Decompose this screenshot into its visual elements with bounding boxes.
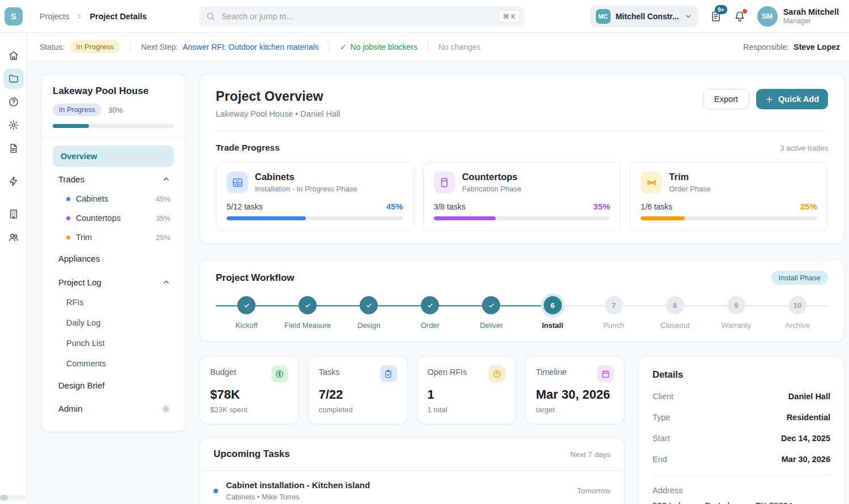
- stat-sub: 1 total: [428, 405, 506, 414]
- tasks-count-badge: 9+: [715, 5, 727, 14]
- icon-rail: [0, 33, 27, 504]
- tasks-stat-card[interactable]: Tasks 7/22 completed: [308, 356, 408, 424]
- task-row[interactable]: Cabinet installation - Kitchen island Ca…: [200, 471, 624, 504]
- workflow-step-install[interactable]: 6 Install: [522, 296, 583, 330]
- responsible-label: Responsible:: [743, 42, 789, 52]
- stat-label: Tasks: [319, 368, 340, 377]
- sidebar-item-rfis[interactable]: RFIs: [53, 292, 174, 313]
- project-percent: 30%: [108, 106, 123, 114]
- sidebar-item-cabinets[interactable]: Cabinets 45%: [53, 189, 174, 208]
- next-step-label: Next Step:: [141, 42, 178, 52]
- open-rfis-stat-card[interactable]: Open RFIs 1 1 total: [417, 356, 517, 424]
- projects-folder-icon[interactable]: [3, 69, 24, 89]
- chevron-up-icon: [162, 175, 170, 183]
- workflow-step-punch[interactable]: 7 Punch: [583, 296, 645, 330]
- trade-percent: 35%: [593, 202, 610, 211]
- team-users-icon[interactable]: [3, 227, 24, 247]
- details-title: Details: [652, 369, 830, 380]
- next-step-link[interactable]: Answer RFI: Outdoor kitchen materials: [182, 42, 318, 52]
- trade-name: Cabinets: [255, 172, 357, 182]
- gear-icon[interactable]: [161, 404, 170, 413]
- search-icon: [206, 11, 216, 22]
- documents-icon[interactable]: [3, 138, 24, 159]
- export-button[interactable]: Export: [703, 89, 749, 109]
- workflow-step-order[interactable]: Order: [399, 296, 460, 330]
- tasks-notifications-button[interactable]: 9+: [710, 10, 722, 23]
- help-icon[interactable]: [3, 92, 24, 112]
- workflow-step-design[interactable]: Design: [338, 296, 399, 330]
- project-status-bar: Status: In Progress Next Step: Answer RF…: [27, 33, 849, 61]
- breadcrumb: Projects Project Details: [40, 12, 147, 21]
- sidebar-item-daily-log[interactable]: Daily Log: [53, 313, 174, 333]
- detail-row-start: Start Dec 14, 2025: [652, 434, 830, 443]
- user-menu[interactable]: SM Sarah Mitchell Manager: [757, 6, 839, 27]
- workflow-step-closeout[interactable]: 8 Closeout: [645, 296, 706, 330]
- horizontal-scrollbar[interactable]: [0, 495, 26, 501]
- sidebar-item-admin[interactable]: Admin: [53, 397, 174, 420]
- trade-percent: 25%: [800, 202, 817, 211]
- calendar-icon: [597, 365, 614, 382]
- org-avatar: MC: [596, 9, 611, 24]
- trade-card-countertops[interactable]: Countertops Fabrication Phase 3/8 tasks …: [423, 162, 621, 231]
- trade-dot: [66, 197, 70, 201]
- breadcrumb-projects[interactable]: Projects: [40, 12, 69, 21]
- trade-phase: Order Phase: [669, 185, 711, 193]
- workflow-phase-badge: Install Phase: [771, 271, 828, 285]
- project-workflow-card: Project Workflow Install Phase Kickoff F…: [199, 259, 844, 341]
- stat-label: Open RFIs: [428, 368, 467, 377]
- sidebar-item-comments[interactable]: Comments: [53, 353, 174, 374]
- workflow-step-kickoff[interactable]: Kickoff: [216, 296, 277, 330]
- trade-phase: Fabrication Phase: [462, 185, 522, 193]
- stat-label: Budget: [210, 368, 236, 377]
- sidebar-item-trim[interactable]: Trim 25%: [53, 228, 174, 247]
- sidebar-item-punch-list[interactable]: Punch List: [53, 333, 174, 353]
- project-details-card: Details Client Daniel Hall Type Resident…: [638, 356, 844, 504]
- top-bar: S Projects Project Details Search or jum…: [0, 0, 849, 33]
- active-trades-count: 3 active trades: [780, 144, 828, 152]
- user-avatar: SM: [757, 6, 778, 27]
- timeline-stat-card[interactable]: Timeline Mar 30, 2026 target: [525, 356, 625, 424]
- sidebar-item-design-brief[interactable]: Design Brief: [53, 374, 174, 397]
- check-icon: ✓: [340, 42, 347, 52]
- workflow-step-field-measure[interactable]: Field Measure: [277, 296, 338, 330]
- search-input[interactable]: Search or jump to... ⌘ K: [199, 6, 524, 27]
- dollar-icon: [271, 365, 288, 382]
- stat-sub: $23K spent: [210, 405, 288, 414]
- sidebar-item-appliances[interactable]: Appliances: [53, 247, 174, 270]
- budget-stat-card[interactable]: Budget $78K $23K spent: [199, 356, 299, 424]
- sidebar-group-trades[interactable]: Trades: [53, 167, 174, 189]
- project-status-badge: In Progress: [53, 104, 101, 116]
- quick-add-button[interactable]: Quick Add: [756, 89, 828, 109]
- chevron-up-icon: [162, 278, 170, 287]
- trade-tasks: 3/8 tasks: [434, 202, 466, 211]
- company-building-icon[interactable]: [3, 204, 24, 224]
- scrollbar-thumb[interactable]: [0, 495, 8, 501]
- stat-label: Timeline: [536, 368, 566, 377]
- check-icon: [426, 301, 434, 310]
- sidebar-item-overview[interactable]: Overview: [53, 146, 174, 167]
- sidebar-group-project-log[interactable]: Project Log: [53, 270, 174, 292]
- sidebar-item-countertops[interactable]: Countertops 35%: [53, 208, 174, 228]
- task-subtitle: Cabinets • Mike Torres: [226, 493, 370, 501]
- trade-dot: [66, 216, 70, 220]
- trade-card-cabinets[interactable]: Cabinets Installation - In Progress Phas…: [216, 162, 414, 231]
- settings-gear-icon[interactable]: [3, 115, 24, 135]
- trade-progress-bar: [641, 216, 817, 220]
- user-name: Sarah Mitchell: [783, 7, 839, 17]
- workflow-step-archive[interactable]: 10 Archive: [767, 296, 828, 330]
- page-title: Project Overview: [216, 89, 340, 104]
- automations-zap-icon[interactable]: [3, 171, 24, 191]
- upcoming-tasks-range: Next 7 days: [570, 450, 611, 459]
- alerts-button[interactable]: [733, 10, 746, 23]
- workflow-step-deliver[interactable]: Deliver: [460, 296, 522, 330]
- trade-card-trim[interactable]: Trim Order Phase 1/6 tasks 25%: [630, 162, 828, 231]
- detail-row-client: Client Daniel Hall: [652, 392, 830, 401]
- chevron-down-icon: [684, 12, 693, 20]
- app-logo[interactable]: S: [5, 7, 23, 25]
- org-switcher[interactable]: MC Mitchell Constr...: [590, 6, 698, 27]
- workflow-stepper: Kickoff Field Measure Design Order Deliv…: [216, 296, 828, 330]
- countertop-slab-icon: [434, 172, 455, 193]
- home-icon[interactable]: [3, 45, 24, 66]
- workflow-step-warranty[interactable]: 9 Warranty: [706, 296, 767, 330]
- check-icon: [242, 301, 251, 310]
